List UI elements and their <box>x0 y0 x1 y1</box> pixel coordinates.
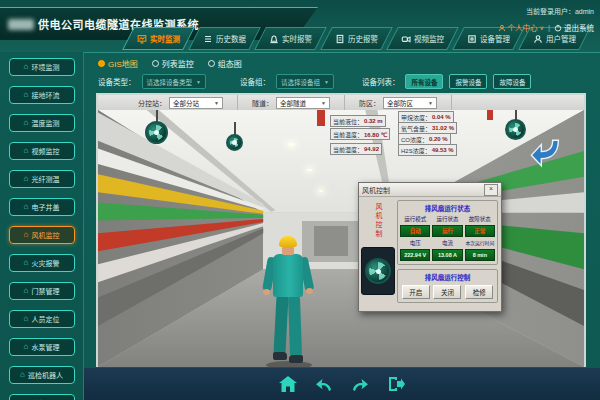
field-label: 运行模式 <box>400 215 430 223</box>
tunnel-worker-figure[interactable] <box>262 236 314 367</box>
caret-down-icon: ▼ <box>321 100 326 106</box>
run-state-value: 运行 <box>432 225 462 237</box>
radio-dot <box>152 60 159 67</box>
logout-link[interactable]: 退出系统 <box>554 22 594 33</box>
radio-gis-map[interactable]: GIS地图 <box>98 58 138 69</box>
sensor-liquid-level: 当前液位：0.32 m <box>330 115 386 127</box>
tab-realtime-monitor[interactable]: 实时监测 <box>122 27 195 50</box>
sidebar-item-environment[interactable]: ⌂环境监测 <box>9 58 75 76</box>
exit-icon <box>386 375 406 393</box>
field-label: 本次运行时间 <box>465 239 495 247</box>
alarm-devices-button[interactable]: 报警设备 <box>449 74 487 89</box>
fan-side-label: 风机控制 <box>373 203 383 243</box>
ceiling-fan[interactable] <box>226 134 243 151</box>
tab-video-monitor[interactable]: 视频监控 <box>386 27 459 50</box>
caret-down-icon: ▼ <box>428 100 433 106</box>
view-mode-radios: GIS地图 列表监控 组态图 <box>98 58 242 69</box>
history-list-icon <box>203 34 213 44</box>
tunnel-3d-scene[interactable]: 当前液位：0.32 m 当前温度：16.80 ℃ 当前湿度：94.92 甲烷浓度… <box>98 110 584 367</box>
worker-hard-hat <box>279 236 297 247</box>
radio-list-monitor[interactable]: 列表监控 <box>152 58 194 69</box>
sidebar-item-fan-monitor[interactable]: ⌂风机监控 <box>9 226 75 244</box>
home-button[interactable] <box>277 374 299 394</box>
fan-stop-button[interactable]: 关闭 <box>433 285 461 299</box>
worker-torso <box>273 254 303 297</box>
device-group-select[interactable]: 请选择设备组▼ <box>276 74 334 89</box>
alarm-doc-icon <box>335 34 345 44</box>
worker-hand <box>306 288 313 294</box>
home-icon: ⌂ <box>24 343 29 351</box>
sidebar-item-video[interactable]: ⌂视频监控 <box>9 142 75 160</box>
tab-history-alarm[interactable]: 历史报警 <box>320 27 393 50</box>
home-icon: ⌂ <box>24 91 29 99</box>
station-label: 分控站： <box>138 98 166 108</box>
footer-nav-bar <box>84 368 600 400</box>
tunnel-filter-group: 隧道： 全部隧道▼ <box>238 95 345 110</box>
ceiling-fan[interactable] <box>505 119 526 140</box>
tunnel-far-portal <box>314 226 348 257</box>
dialog-title-bar[interactable]: 风机控制 × <box>359 183 501 197</box>
person-icon <box>498 24 506 32</box>
tunnel-light <box>307 169 312 171</box>
device-box-icon <box>467 34 477 44</box>
sensor-h2s: H2S浓度：49.53 % <box>398 144 457 156</box>
personal-center-link[interactable]: 个人中心∨ <box>498 22 544 33</box>
home-icon: ⌂ <box>24 63 29 71</box>
device-toolbar: 设备类型： 请选择设备类型▼ 设备组： 请选择设备组▼ 设备列表： 所有设备 报… <box>98 74 531 89</box>
fan-icon <box>365 258 391 284</box>
fault-state-value: 正常 <box>465 225 495 237</box>
device-type-label: 设备类型： <box>98 76 136 87</box>
close-icon[interactable]: × <box>484 184 498 196</box>
field-label: 运行状态 <box>432 215 462 223</box>
radio-scada-view[interactable]: 组态图 <box>208 58 242 69</box>
sidebar-item-fire-alarm[interactable]: ⌂火灾报警 <box>9 254 75 272</box>
sensor-temperature: 当前温度：16.80 ℃ <box>330 128 390 140</box>
device-group-label: 设备组： <box>240 76 270 87</box>
fan-control-dialog: 风机控制 × 风机控制 排风扇运行状态 运行模式 <box>358 182 502 312</box>
home-icon: ⌂ <box>24 175 29 183</box>
station-select[interactable]: 全部分站▼ <box>169 97 223 109</box>
sidebar-item-ground-current[interactable]: ⌂接地环流 <box>9 86 75 104</box>
main-panel: GIS地图 列表监控 组态图 设备类型： 请选择设备类型▼ 设备组： 请选择设备… <box>84 52 600 368</box>
sidebar-item-manhole[interactable]: ⌂电子井盖 <box>9 198 75 216</box>
field-label: 电流 <box>432 239 462 247</box>
fan-start-button[interactable]: 开启 <box>402 285 430 299</box>
sidebar-item-emergency-comm[interactable]: ⌂应急通讯 <box>9 394 75 400</box>
fan-control-group: 排风扇运行控制 开启 关闭 检修 <box>397 269 498 303</box>
device-list-label: 设备列表： <box>362 76 400 87</box>
camera-icon <box>401 34 411 44</box>
home-icon: ⌂ <box>24 259 29 267</box>
monitor-chart-icon <box>137 34 147 44</box>
fault-devices-button[interactable]: 故障设备 <box>493 74 531 89</box>
sidebar-item-robot[interactable]: ⌂巡检机器人 <box>9 366 75 384</box>
sidebar-item-fiber-temp[interactable]: ⌂光纤测温 <box>9 170 75 188</box>
chevron-down-icon: ∨ <box>540 24 544 31</box>
device-type-select[interactable]: 请选择设备类型▼ <box>142 74 206 89</box>
back-button[interactable] <box>313 374 335 394</box>
exit-button[interactable] <box>385 374 407 394</box>
user-icon <box>533 34 543 44</box>
zone-select[interactable]: 全部防区▼ <box>383 97 437 109</box>
tab-realtime-alarm[interactable]: 实时报警 <box>254 27 327 50</box>
home-icon: ⌂ <box>24 231 29 239</box>
fan-control-header: 排风扇运行控制 <box>400 272 495 282</box>
user-box: 当前登录用户：admin 个人中心∨ | 退出系统 <box>498 6 594 33</box>
sidebar-item-pump[interactable]: ⌂水泵管理 <box>9 338 75 356</box>
sidebar-item-temperature[interactable]: ⌂温度监测 <box>9 114 75 132</box>
ceiling-fan[interactable] <box>145 121 168 144</box>
field-label: 故障状态 <box>465 215 495 223</box>
worker-hand <box>263 289 270 295</box>
red-pipe <box>487 110 493 120</box>
fan-maintain-button[interactable]: 检修 <box>465 285 493 299</box>
caret-down-icon: ▼ <box>214 100 219 106</box>
forward-button[interactable] <box>349 374 371 394</box>
tab-history-data[interactable]: 历史数据 <box>188 27 261 50</box>
tunnel-select[interactable]: 全部隧道▼ <box>276 97 330 109</box>
worker-boot <box>289 355 303 363</box>
sidebar-item-access-control[interactable]: ⌂门禁管理 <box>9 282 75 300</box>
back-arrow-icon <box>314 375 334 393</box>
alarm-bell-icon <box>269 34 279 44</box>
fan-status-group: 排风扇运行状态 运行模式 运行状态 故障状态 自动 运行 正常 <box>397 200 498 265</box>
all-devices-button[interactable]: 所有设备 <box>405 74 443 89</box>
sidebar-item-personnel-locate[interactable]: ⌂人员定位 <box>9 310 75 328</box>
